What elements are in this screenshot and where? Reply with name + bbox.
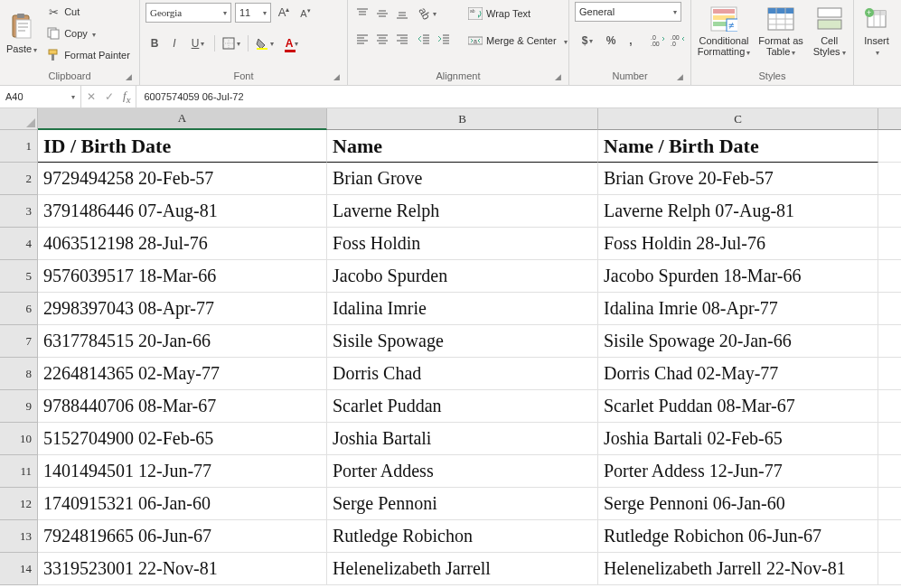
cell[interactable]: Sisile Spowage 20-Jan-66 [598, 325, 878, 358]
increase-font-button[interactable]: A▴ [275, 3, 293, 23]
cell[interactable]: 7924819665 06-Jun-67 [38, 520, 327, 553]
paste-button[interactable]: Paste▾ [5, 2, 38, 65]
comma-button[interactable]: , [622, 31, 640, 51]
merge-center-button[interactable]: a Merge & Center ▾ [464, 31, 572, 51]
decrease-indent-button[interactable] [415, 29, 433, 49]
cell[interactable]: 6317784515 20-Jan-66 [38, 325, 327, 358]
cell[interactable] [878, 325, 901, 358]
cell[interactable] [878, 130, 901, 163]
accounting-format-button[interactable]: $▾ [575, 31, 600, 51]
row-header[interactable]: 5 [0, 260, 38, 293]
row-header[interactable]: 4 [0, 228, 38, 260]
cell[interactable]: 3791486446 07-Aug-81 [38, 195, 327, 228]
col-header-b[interactable]: B [327, 108, 598, 130]
row-header[interactable]: 10 [0, 423, 38, 455]
cell[interactable]: Helenelizabeth Jarrell [327, 553, 598, 585]
insert-function-button[interactable]: fx [123, 89, 130, 105]
name-box[interactable]: A40▾ [0, 86, 81, 107]
cell[interactable]: Name [327, 130, 598, 163]
row-header[interactable]: 2 [0, 163, 38, 195]
cell[interactable]: Laverne Relph [327, 195, 598, 228]
cell[interactable] [878, 195, 901, 228]
cells-area[interactable]: ID / Birth Date Name Name / Birth Date 9… [38, 130, 901, 585]
row-header[interactable]: 7 [0, 325, 38, 358]
conditional-formatting-button[interactable]: ≠ Conditional Formatting▾ [697, 2, 751, 65]
decrease-decimal-button[interactable]: .00.0 [669, 31, 687, 51]
row-header[interactable]: 12 [0, 488, 38, 520]
font-size-combo[interactable]: 11▾ [235, 3, 271, 23]
cell[interactable]: Rutledge Robichon [327, 520, 598, 553]
cell[interactable]: Porter Addess [327, 455, 598, 488]
cell[interactable]: Brian Grove [327, 163, 598, 195]
cell[interactable] [878, 358, 901, 390]
col-header-c[interactable]: C [598, 108, 878, 130]
row-header[interactable]: 1 [0, 130, 38, 163]
cell[interactable]: Idalina Imrie [327, 293, 598, 325]
cell[interactable] [878, 520, 901, 553]
cell[interactable]: ID / Birth Date [38, 130, 327, 163]
cell[interactable]: Laverne Relph 07-Aug-81 [598, 195, 878, 228]
align-left-button[interactable] [353, 29, 371, 49]
row-header[interactable]: 8 [0, 358, 38, 390]
cell[interactable]: 9729494258 20-Feb-57 [38, 163, 327, 195]
cell[interactable] [878, 228, 901, 260]
font-name-combo[interactable]: Georgia▾ [145, 3, 231, 23]
increase-indent-button[interactable] [435, 29, 453, 49]
cell[interactable]: Brian Grove 20-Feb-57 [598, 163, 878, 195]
cell[interactable]: 5152704900 02-Feb-65 [38, 423, 327, 455]
cell[interactable]: 2264814365 02-May-77 [38, 358, 327, 390]
enter-formula-button[interactable]: ✓ [105, 90, 114, 103]
cell[interactable]: Scarlet Puddan [327, 390, 598, 423]
row-header[interactable]: 6 [0, 293, 38, 325]
cell[interactable]: Jacobo Spurden 18-Mar-66 [598, 260, 878, 293]
cell[interactable] [878, 488, 901, 520]
row-header[interactable]: 3 [0, 195, 38, 228]
format-painter-button[interactable]: Format Painter [42, 45, 135, 65]
cell[interactable]: 9788440706 08-Mar-67 [38, 390, 327, 423]
insert-button[interactable]: + Insert▾ [859, 2, 894, 65]
font-color-button[interactable]: A▾ [279, 33, 305, 53]
cell[interactable]: Dorris Chad [327, 358, 598, 390]
align-center-button[interactable] [373, 29, 391, 49]
percent-button[interactable]: % [602, 31, 620, 51]
increase-decimal-button[interactable]: .0.00 [649, 31, 667, 51]
cell[interactable] [878, 390, 901, 423]
number-launcher[interactable]: ◢ [674, 72, 685, 83]
underline-button[interactable]: U▾ [185, 33, 211, 53]
cell[interactable]: Serge Pennoni 06-Jan-60 [598, 488, 878, 520]
cell[interactable]: 1740915321 06-Jan-60 [38, 488, 327, 520]
cancel-formula-button[interactable]: ✕ [87, 90, 96, 103]
italic-button[interactable]: I [165, 33, 183, 53]
cell[interactable]: Serge Pennoni [327, 488, 598, 520]
cell[interactable]: Scarlet Puddan 08-Mar-67 [598, 390, 878, 423]
fill-color-button[interactable]: ▾ [252, 33, 277, 53]
cell[interactable] [878, 260, 901, 293]
font-launcher[interactable]: ◢ [331, 72, 342, 83]
number-format-combo[interactable]: General▾ [575, 2, 681, 22]
select-all-corner[interactable] [0, 108, 38, 130]
cell[interactable]: 3319523001 22-Nov-81 [38, 553, 327, 585]
borders-button[interactable]: ▾ [219, 33, 244, 53]
col-header-a[interactable]: A [38, 108, 327, 130]
format-as-table-button[interactable]: Format as Table▾ [755, 2, 807, 65]
cell[interactable]: Joshia Bartali 02-Feb-65 [598, 423, 878, 455]
cell[interactable]: 2998397043 08-Apr-77 [38, 293, 327, 325]
formula-input[interactable]: 6007574059 06-Jul-72 [136, 91, 901, 102]
cell[interactable] [878, 455, 901, 488]
row-header[interactable]: 9 [0, 390, 38, 423]
cell[interactable]: Foss Holdin [327, 228, 598, 260]
clipboard-launcher[interactable]: ◢ [123, 72, 134, 83]
cell[interactable] [878, 163, 901, 195]
cell[interactable]: Joshia Bartali [327, 423, 598, 455]
cell[interactable] [878, 423, 901, 455]
cell[interactable]: Jacobo Spurden [327, 260, 598, 293]
cell[interactable]: Rutledge Robichon 06-Jun-67 [598, 520, 878, 553]
cell[interactable] [878, 553, 901, 585]
cell[interactable]: 1401494501 12-Jun-77 [38, 455, 327, 488]
bold-button[interactable]: B [145, 33, 164, 53]
cell[interactable] [878, 293, 901, 325]
orientation-button[interactable]: ab▾ [415, 4, 440, 23]
align-middle-button[interactable] [373, 4, 391, 23]
cell[interactable]: Foss Holdin 28-Jul-76 [598, 228, 878, 260]
col-header-d[interactable]: D [878, 108, 901, 130]
